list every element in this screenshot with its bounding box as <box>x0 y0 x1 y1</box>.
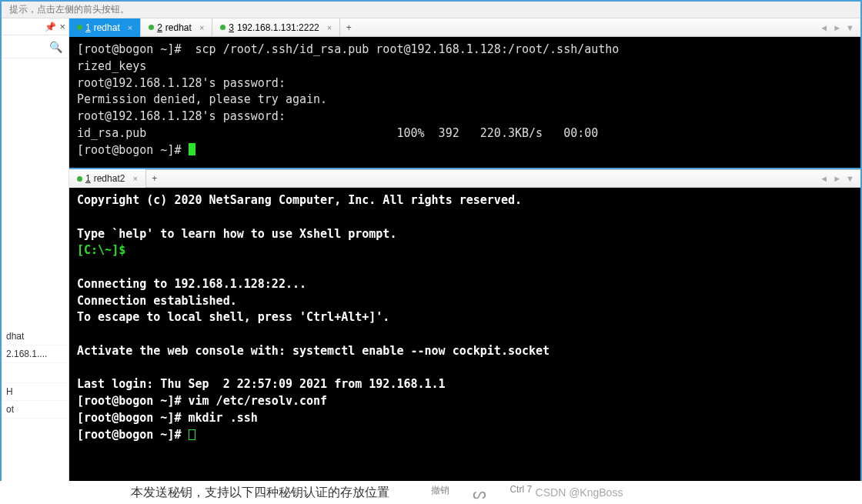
tab-number: 1 <box>85 173 91 184</box>
tab-nav: ◄ ► ▼ <box>818 23 860 32</box>
cursor-icon <box>189 143 195 155</box>
ctrl-hint: Ctrl 7 <box>510 484 532 502</box>
tab-label: redhat <box>94 22 120 33</box>
top-tab-bar: 1 redhat × 2 redhat × 3 192.168.1.131:22… <box>69 18 860 37</box>
tab-close-icon[interactable]: × <box>199 23 204 32</box>
tab-nav: ◄ ► ▼ <box>818 174 860 183</box>
watermark: CSDN @KngBoss <box>536 486 631 499</box>
term-line: Permission denied, please try again. <box>77 92 327 106</box>
tab-nav-left-icon[interactable]: ◄ <box>818 174 830 183</box>
new-tab-button[interactable]: + <box>146 173 163 184</box>
tab-label: 192.168.1.131:2222 <box>237 22 319 33</box>
tab-close-icon[interactable]: × <box>327 23 332 32</box>
tab-number: 2 <box>157 22 162 33</box>
footer-text: 本发送秘钥，支持以下四种秘钥认证的存放位置 <box>131 486 389 499</box>
terminal-top[interactable]: [root@bogon ~]# scp /root/.ssh/id_rsa.pu… <box>69 37 860 169</box>
term-line: Connection established. <box>77 294 237 308</box>
tab-number: 1 <box>85 22 91 33</box>
tab-number: 3 <box>229 22 234 33</box>
tab-nav-down-icon[interactable]: ▼ <box>844 23 856 32</box>
term-line: [root@bogon ~]# mkdir .ssh <box>77 411 258 425</box>
sidebar-item[interactable] <box>2 363 68 383</box>
term-line: Copyright (c) 2020 NetSarang Computer, I… <box>77 193 522 207</box>
tab-redhat2[interactable]: 1 redhat2 × <box>69 169 146 188</box>
tab-ip-3[interactable]: 3 192.168.1.131:2222 × <box>212 18 340 37</box>
sidebar-session-list: dhat 2.168.1.... H ot <box>2 58 68 488</box>
cursor-icon <box>189 429 195 440</box>
sidebar-close-icon[interactable]: × <box>59 21 65 32</box>
term-line: root@192.168.1.128's password: <box>77 76 292 90</box>
tab-nav-right-icon[interactable]: ► <box>831 23 843 32</box>
term-line: root@192.168.1.128's password: <box>77 109 292 123</box>
tab-redhat-2[interactable]: 2 redhat × <box>141 18 212 37</box>
term-line: [root@bogon ~]# <box>77 428 189 442</box>
sidebar-item[interactable]: H <box>2 383 68 401</box>
term-line: Connecting to 192.168.1.128:22... <box>77 277 306 291</box>
sidebar-item[interactable]: 2.168.1.... <box>2 345 68 363</box>
footer-cut-row: 本发送秘钥，支持以下四种秘钥认证的存放位置 撤销 ᔕ Ctrl 7 CSDN @… <box>0 481 862 504</box>
term-line: id_rsa.pub 100% 392 220.3KB/s 00:00 <box>77 126 626 140</box>
status-dot-icon <box>149 25 154 30</box>
term-line: Last login: Thu Sep 2 22:57:09 2021 from… <box>77 377 446 391</box>
term-line: [root@bogon ~]# <box>77 143 189 157</box>
tab-redhat-1[interactable]: 1 redhat × <box>69 18 141 37</box>
undo-label[interactable]: 撤销 <box>431 484 449 502</box>
pin-icon[interactable]: 📌 <box>45 22 56 32</box>
term-line: Type `help' to learn how to use Xshell p… <box>77 227 396 241</box>
term-line: [root@bogon ~]# scp /root/.ssh/id_rsa.pu… <box>77 42 619 56</box>
term-line: rized_keys <box>77 59 146 73</box>
tab-nav-down-icon[interactable]: ▼ <box>844 174 856 183</box>
status-dot-icon <box>220 25 226 30</box>
sidebar-item[interactable]: dhat <box>2 328 68 345</box>
tab-close-icon[interactable]: × <box>128 23 132 32</box>
term-line: Activate the web console with: systemctl… <box>77 344 550 358</box>
sidebar-search[interactable]: 🔍 <box>2 35 68 58</box>
tab-label: redhat2 <box>94 173 125 184</box>
sidebar: 📌 × 🔍 dhat 2.168.1.... H ot 3.1.131:22 <box>2 18 69 502</box>
tab-nav-right-icon[interactable]: ► <box>831 174 843 183</box>
status-dot-icon <box>77 176 82 182</box>
tab-close-icon[interactable]: × <box>132 174 137 183</box>
terminal-bottom[interactable]: Copyright (c) 2020 NetSarang Computer, I… <box>69 188 860 486</box>
status-dot-icon <box>77 25 82 30</box>
term-prompt: [C:\~]$ <box>77 243 132 257</box>
search-icon: 🔍 <box>49 41 62 53</box>
term-line: [root@bogon ~]# vim /etc/resolv.conf <box>77 394 327 408</box>
term-line: To escape to local shell, press 'Ctrl+Al… <box>77 310 389 324</box>
bottom-tab-bar: 1 redhat2 × + ◄ ► ▼ <box>69 169 860 188</box>
new-tab-button[interactable]: + <box>340 22 357 33</box>
sidebar-item[interactable]: ot <box>2 401 68 419</box>
tab-nav-left-icon[interactable]: ◄ <box>818 23 830 32</box>
top-hint-text: 提示，点击左侧的前头按钮。 <box>2 2 860 18</box>
tab-label: redhat <box>165 22 192 33</box>
